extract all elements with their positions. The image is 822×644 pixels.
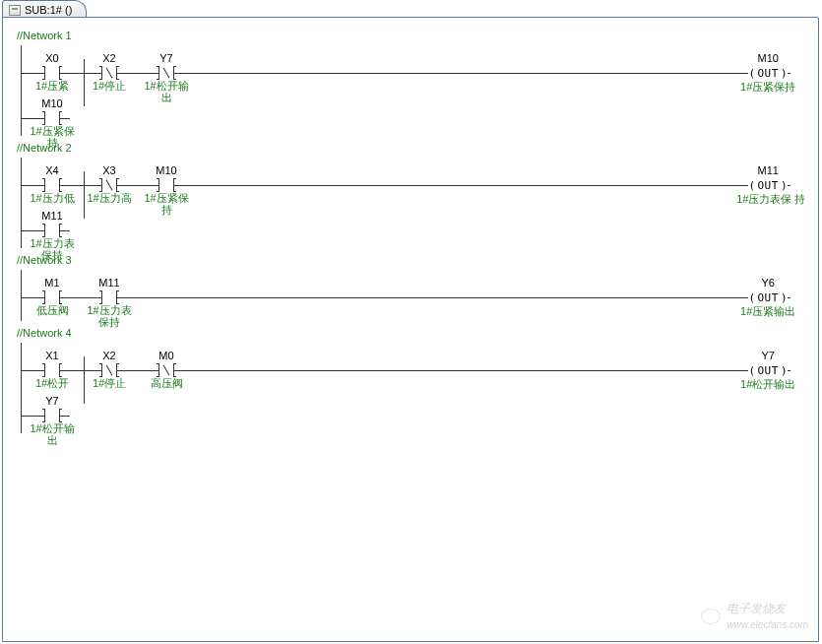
wire (21, 230, 34, 231)
wire (127, 370, 149, 371)
wire (21, 185, 34, 186)
wire (70, 73, 92, 74)
rung-4[interactable]: X1 1#松开 X2 1#停止 M0 高压阀 Y7 (OUT) 1#松开输出 (17, 343, 818, 433)
program-tab[interactable]: SUB:1# () (2, 0, 87, 18)
coil-out[interactable]: M10 (OUT) 1#压紧保持 (745, 65, 790, 81)
editor-area[interactable]: //Network 1 X0 1#压紧 X2 1#停止 Y7 1#松开输 出 (2, 17, 819, 642)
contact-nc[interactable]: X3 1#压力高 (92, 177, 127, 193)
network-label: //Network 1 (17, 30, 818, 41)
wire (70, 297, 92, 298)
network-label: //Network 3 (17, 254, 818, 266)
wire (21, 297, 34, 298)
contact-no[interactable]: X4 1#压力低 (34, 177, 70, 193)
coil-out[interactable]: M11 (OUT) 1#压力表保 持 (745, 177, 790, 193)
contact-no[interactable]: M11 1#压力表 保持 (34, 223, 70, 238)
wire (127, 297, 745, 298)
contact-no[interactable]: M11 1#压力表 保持 (92, 290, 127, 305)
program-icon (9, 5, 21, 16)
wire (184, 185, 745, 186)
coil-out[interactable]: Y7 (OUT) 1#松开输出 (745, 362, 790, 378)
contact-nc[interactable]: X2 1#停止 (92, 65, 127, 81)
watermark-logo-icon (701, 609, 721, 624)
contact-no[interactable]: M1 低压阀 (34, 290, 70, 305)
wire (70, 185, 92, 186)
rung-2[interactable]: X4 1#压力低 X3 1#压力高 M10 1#压紧保 持 M11 (OUT) … (17, 158, 818, 248)
contact-nc[interactable]: Y7 1#松开输 出 (149, 65, 184, 81)
tab-title: SUB:1# () (25, 4, 72, 16)
wire (127, 185, 149, 186)
rung-1[interactable]: X0 1#压紧 X2 1#停止 Y7 1#松开输 出 M10 (OUT) 1#压… (17, 45, 818, 136)
watermark: 电子发烧友 www.elecfans.com (701, 601, 808, 631)
network-label: //Network 2 (17, 142, 818, 154)
contact-no[interactable]: M10 1#压紧保 持 (34, 110, 70, 126)
wire (70, 370, 92, 371)
wire (21, 416, 34, 417)
watermark-url: www.elecfans.com (727, 619, 808, 630)
wire (21, 370, 34, 371)
wire (127, 73, 149, 74)
rung-3[interactable]: M1 低压阀 M11 1#压力表 保持 Y6 (OUT) 1#压紧输出 (17, 270, 818, 321)
wire (184, 73, 745, 74)
network-label: //Network 4 (17, 327, 818, 339)
wire (21, 118, 34, 119)
contact-no[interactable]: M10 1#压紧保 持 (149, 177, 184, 193)
contact-no[interactable]: Y7 1#松开输 出 (34, 408, 70, 423)
contact-nc[interactable]: M0 高压阀 (149, 362, 184, 378)
wire (184, 370, 745, 371)
coil-out[interactable]: Y6 (OUT) 1#压紧输出 (745, 290, 790, 305)
wire (21, 73, 34, 74)
contact-nc[interactable]: X2 1#停止 (92, 362, 127, 378)
contact-no[interactable]: X1 1#松开 (34, 362, 70, 378)
contact-no[interactable]: X0 1#压紧 (34, 65, 70, 81)
watermark-brand: 电子发烧友 (727, 602, 786, 615)
